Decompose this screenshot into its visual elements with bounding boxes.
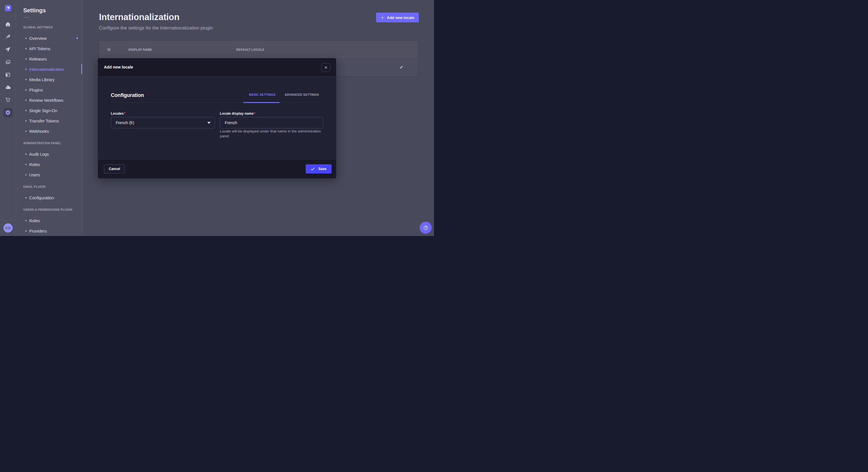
locales-select-value: French (fr)	[116, 121, 134, 125]
tab-basic-settings[interactable]: BASIC SETTINGS	[244, 91, 280, 98]
locales-label: Locales*	[111, 111, 215, 116]
display-name-field: Locale display name* French Locale will …	[220, 111, 323, 138]
display-name-input[interactable]: French	[220, 117, 323, 129]
modal-body: Configuration BASIC SETTINGS ADVANCED SE…	[98, 77, 336, 159]
close-icon	[324, 66, 328, 69]
configuration-heading: Configuration	[111, 92, 144, 99]
check-icon	[311, 167, 315, 171]
locales-field: Locales* French (fr)	[111, 111, 215, 129]
modal-tabs: BASIC SETTINGS ADVANCED SETTINGS	[244, 91, 323, 98]
add-locale-modal: Add new locale Configuration BASIC SETTI…	[98, 58, 336, 178]
modal-footer: Cancel Save	[98, 159, 336, 178]
tab-advanced-settings[interactable]: ADVANCED SETTINGS	[280, 91, 323, 98]
display-name-hint: Locale will be displayed under that name…	[220, 129, 328, 138]
locales-select[interactable]: French (fr)	[111, 117, 215, 129]
tabs-divider	[111, 102, 323, 103]
active-tab-underline	[243, 102, 280, 103]
display-name-label: Locale display name*	[220, 111, 323, 116]
caret-down-icon	[207, 122, 211, 124]
display-name-value: French	[225, 121, 237, 125]
save-button[interactable]: Save	[306, 164, 332, 173]
required-asterisk: *	[124, 111, 125, 115]
required-asterisk: *	[253, 111, 255, 115]
modal-header: Add new locale	[98, 58, 336, 76]
modal-title: Add new locale	[104, 65, 133, 69]
modal-close-button[interactable]	[321, 63, 330, 72]
cancel-button[interactable]: Cancel	[104, 164, 125, 173]
